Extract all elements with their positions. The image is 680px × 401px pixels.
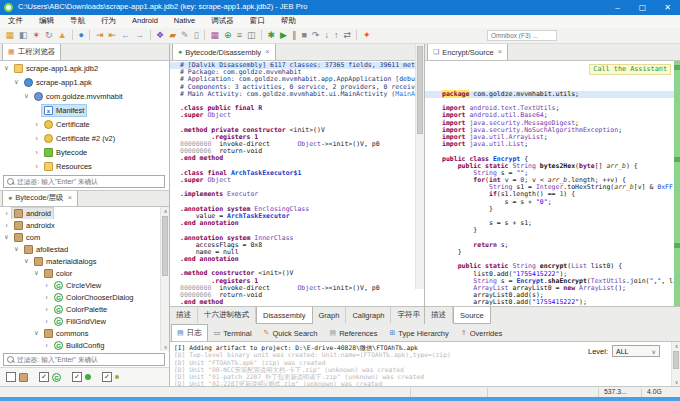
scroll-down-icon[interactable]: ∨ xyxy=(672,378,680,386)
tab-0[interactable]: ▦工程浏览器 xyxy=(2,44,61,60)
hierarchy-item-androidx[interactable]: ›androidx xyxy=(0,219,169,231)
close-button[interactable]: ✕ xyxy=(655,0,680,15)
hierarchy-item-color[interactable]: ∨color xyxy=(0,267,169,279)
log-line[interactable]: [D] Unit "00-NCC安装配置说明文档-卡下.zip" (unknow… xyxy=(174,366,670,373)
filter-toggle-mth[interactable]: ✓ xyxy=(72,372,94,382)
jump-in-icon[interactable]: ⇥ xyxy=(93,28,106,43)
close-icon[interactable]: × xyxy=(498,48,503,56)
checkbox[interactable]: ✓ xyxy=(102,372,112,382)
chevron-right-icon[interactable]: › xyxy=(42,294,51,301)
doc-icon[interactable]: ▯ xyxy=(191,28,201,43)
tab-bytecode-disassembly[interactable]: ●Bytecode/Disassembly× xyxy=(172,44,276,60)
disassembly-view[interactable]: # [Dalvik Disassembly] 6117 classes: 373… xyxy=(170,61,424,306)
chevron-down-icon[interactable]: ∨ xyxy=(2,233,11,241)
hierarchy-item-fillgridview[interactable]: ›GFillGridView xyxy=(0,315,169,327)
tab-terminal[interactable]: ▭Terminal xyxy=(208,324,258,341)
hierarchy-item-circleview[interactable]: ›GCircleView xyxy=(0,279,169,291)
tab-type-hierarchy[interactable]: ⊞Type Hierarchy xyxy=(383,324,454,341)
chevron-right-icon[interactable]: › xyxy=(42,306,51,313)
tab-overrides[interactable]: ⇑Overrides xyxy=(455,324,508,341)
paint-icon[interactable]: ▰ xyxy=(167,28,179,43)
step-out-icon[interactable]: ↑ xyxy=(331,28,341,43)
menu-item-native[interactable]: Native xyxy=(166,15,203,25)
menu-item-android[interactable]: Android xyxy=(124,15,166,25)
code-line[interactable]: import java.util.List; xyxy=(425,141,680,148)
apk-grid-icon[interactable]: ▦ xyxy=(208,28,222,43)
menu-item-0[interactable]: 文件 xyxy=(0,15,31,26)
disassembly-scrollbar[interactable] xyxy=(415,44,424,289)
code-line[interactable]: .end annotation xyxy=(170,256,424,263)
hierarchy-item-materialdialogs[interactable]: ∨materialdialogs xyxy=(0,255,169,267)
globe-icon[interactable]: ● xyxy=(76,28,86,43)
project-filter-input[interactable] xyxy=(17,178,161,185)
wrench-icon[interactable]: ✶ xyxy=(30,28,43,43)
chevron-down-icon[interactable]: ∨ xyxy=(12,78,21,86)
chevron-right-icon[interactable]: › xyxy=(32,121,41,128)
level-select[interactable]: ALL ∨ xyxy=(612,345,660,357)
scroll-up-icon[interactable]: ∧ xyxy=(672,342,680,350)
filter-toggle-pkg[interactable] xyxy=(6,372,31,382)
tab-0[interactable]: 描述 xyxy=(170,307,198,323)
scroll-down-icon[interactable]: ∨ xyxy=(161,343,170,351)
tab-bytecode[interactable]: ●Bytecode/层级× xyxy=(2,190,78,206)
code-line[interactable]: } xyxy=(425,249,680,256)
tab-0[interactable]: ▤日志 xyxy=(171,324,208,341)
chevron-right-icon[interactable]: › xyxy=(32,135,41,142)
scrollbar-thumb[interactable] xyxy=(162,216,168,276)
stop-icon[interactable]: ■ xyxy=(299,28,309,43)
project-item-manifest[interactable]: xManifest xyxy=(0,103,169,117)
hierarchy-item-colorpalette[interactable]: ›GColorPalette xyxy=(0,303,169,315)
run-icon[interactable]: ▶ xyxy=(277,28,289,43)
tab-source[interactable]: Source xyxy=(453,307,491,324)
tab-quick-search[interactable]: ✎Quick Search xyxy=(258,324,324,341)
code-line[interactable]: .super Object xyxy=(170,177,424,184)
tab-5[interactable]: 字符串 xyxy=(391,307,424,323)
tab-disassembly[interactable]: Disassembly xyxy=(256,307,313,324)
project-item-resources[interactable]: ›Resources xyxy=(0,159,169,173)
hierarchy-item-buildconfig[interactable]: ›GBuildConfig xyxy=(0,339,169,351)
menu-item-3[interactable]: 行为 xyxy=(93,15,124,26)
close-icon[interactable]: × xyxy=(68,194,73,202)
class-view-icon[interactable]: ⊕ xyxy=(222,28,235,43)
code-line[interactable]: } xyxy=(425,227,680,234)
code-line[interactable]: } xyxy=(425,206,680,213)
hierarchy-view-icon[interactable]: ≡ xyxy=(234,28,244,43)
checkbox[interactable] xyxy=(6,372,16,382)
filter-toggle-fld[interactable]: ✓ xyxy=(102,372,122,382)
code-line[interactable]: .end method xyxy=(170,155,424,162)
nav-forward-icon[interactable]: → xyxy=(133,28,147,43)
project-item-bytecode[interactable]: ›Bytecode xyxy=(0,145,169,159)
code-line[interactable]: .implements Executor xyxy=(170,191,424,198)
hierarchy-item-colorchooserdialog[interactable]: ›GColorChooserDialog xyxy=(0,291,169,303)
hierarchy-scrollbar[interactable]: ∧ ∨ xyxy=(160,207,169,351)
chevron-right-icon[interactable]: › xyxy=(32,149,41,156)
chevron-right-icon[interactable]: › xyxy=(42,282,51,289)
tab-0[interactable]: 描述 xyxy=(425,307,453,323)
hierarchy-item-com[interactable]: ∨com xyxy=(0,231,169,243)
menu-item-6[interactable]: 调试器 xyxy=(203,15,242,26)
layout-view-icon[interactable]: ◫ xyxy=(244,28,258,43)
menu-item-8[interactable]: 帮助 xyxy=(273,15,304,26)
code-line[interactable]: package com.goldze.mvvmhabit.utils; xyxy=(425,91,680,98)
chevron-down-icon[interactable]: ∨ xyxy=(32,329,41,337)
chevron-right-icon[interactable]: › xyxy=(2,210,11,217)
reload-icon[interactable]: ↻ xyxy=(43,28,56,43)
scrollbar-thumb[interactable] xyxy=(417,46,423,134)
code-line[interactable]: .end annotation xyxy=(170,220,424,227)
chevron-down-icon[interactable]: ∨ xyxy=(2,64,11,72)
save-icon[interactable]: ◧ xyxy=(17,28,31,43)
code-line[interactable]: .end method xyxy=(170,299,424,306)
pencil-icon[interactable]: ✎ xyxy=(179,28,192,43)
chevron-down-icon[interactable]: ∨ xyxy=(32,269,41,277)
chevron-right-icon[interactable]: › xyxy=(32,163,41,170)
source-marker-bar[interactable] xyxy=(674,61,680,306)
chevron-down-icon[interactable]: ∨ xyxy=(12,245,21,253)
code-line[interactable]: return s; xyxy=(425,242,680,249)
log-scrollbar[interactable]: ∧ ∨ xyxy=(671,342,680,386)
pause-icon[interactable]: ∥ xyxy=(289,28,299,43)
close-icon[interactable]: × xyxy=(265,48,270,56)
checkbox[interactable]: ✓ xyxy=(72,372,82,382)
checkbox[interactable]: ✓ xyxy=(39,372,49,382)
project-item-scrape-app1-apk[interactable]: ∨scrape-app1.apk xyxy=(0,75,169,89)
call-assistant-button[interactable]: Call the Assistant xyxy=(589,64,671,75)
